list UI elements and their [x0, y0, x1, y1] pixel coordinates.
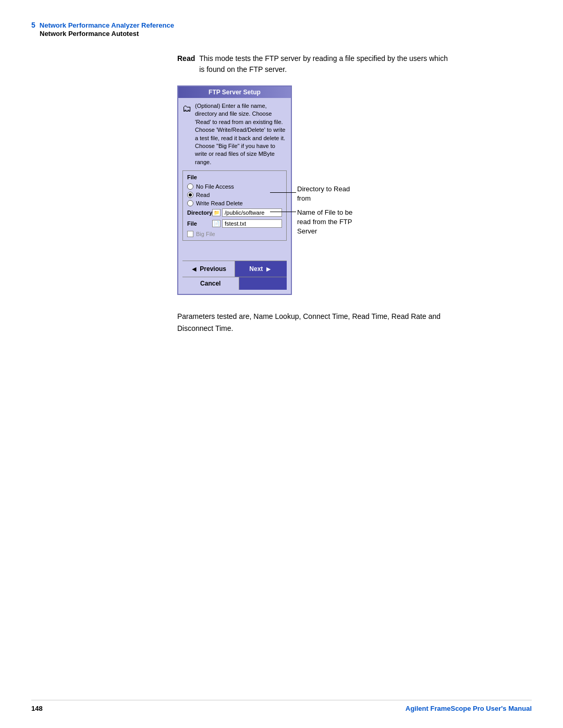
radio-no-file-access[interactable]: No File Access	[187, 183, 282, 190]
callout-file-line	[270, 212, 296, 212]
bigfile-row[interactable]: Big File	[187, 231, 282, 237]
radio-no-file-access-circle[interactable]	[187, 183, 193, 190]
radio-read-circle[interactable]	[187, 192, 193, 198]
radio-read-label: Read	[196, 192, 210, 198]
cancel-label: Cancel	[200, 280, 221, 287]
bigfile-checkbox[interactable]	[187, 231, 193, 237]
next-label: Next	[249, 265, 263, 273]
radio-no-file-access-label: No File Access	[196, 183, 234, 190]
previous-label: Previous	[200, 265, 226, 273]
subsection-title: Network Performance Autotest	[40, 30, 139, 38]
footer-page-number: 148	[31, 705, 43, 712]
callout-directory-text: Directory to Readfrom	[297, 185, 350, 202]
nav-area: ◄ Previous Next ► Cancel	[182, 261, 287, 290]
ftp-icon: 🗂	[182, 103, 192, 114]
directory-icon[interactable]: 📁	[212, 209, 221, 216]
ftp-dialog: FTP Server Setup 🗂 (Optional) Enter a fi…	[177, 85, 292, 295]
callout-directory: Directory to Readfrom	[297, 184, 350, 203]
directory-row: Directory 📁 /public/software	[187, 208, 282, 217]
ftp-title-bar: FTP Server Setup	[178, 87, 291, 98]
callout-directory-line	[270, 192, 296, 193]
previous-button[interactable]: ◄ Previous	[182, 261, 235, 277]
params-paragraph: Parameters tested are, Name Lookup, Conn…	[177, 311, 448, 334]
callout-file: Name of File to beread from the FTPServe…	[297, 208, 352, 237]
file-row: File 📄 fstest.txt	[187, 219, 282, 228]
file-label: File	[187, 220, 212, 227]
footer-manual-title: Agilent FrameScope Pro User's Manual	[406, 705, 532, 712]
bigfile-label: Big File	[196, 231, 215, 237]
directory-value[interactable]: /public/software	[222, 208, 282, 217]
radio-write-read-delete-label: Write Read Delete	[196, 200, 243, 206]
callout-file-text: Name of File to beread from the FTPServe…	[297, 208, 352, 235]
nav-bottom-row: Cancel	[182, 277, 287, 290]
nav-top-row: ◄ Previous Next ►	[182, 261, 287, 277]
chapter-number: 5	[31, 21, 35, 29]
page-footer: 148 Agilent FrameScope Pro User's Manual	[31, 700, 532, 712]
read-label: Read	[177, 53, 195, 75]
previous-arrow-icon: ◄	[190, 265, 198, 273]
ftp-desc-text: (Optional) Enter a file name, directory …	[195, 102, 287, 166]
breadcrumb: 5 Network Performance Analyzer Reference…	[31, 21, 532, 38]
ftp-desc-row: 🗂 (Optional) Enter a file name, director…	[182, 102, 287, 166]
radio-read[interactable]: Read	[187, 192, 282, 198]
file-icon[interactable]: 📄	[212, 220, 221, 227]
next-arrow-icon: ►	[265, 265, 272, 273]
file-value[interactable]: fstest.txt	[222, 219, 282, 228]
read-text: This mode tests the FTP server by readin…	[199, 53, 448, 75]
file-group: File No File Access Read Write Rea	[182, 170, 287, 241]
radio-write-read-delete[interactable]: Write Read Delete	[187, 200, 282, 206]
nav-right-spacer	[239, 277, 287, 290]
page-container: 5 Network Performance Analyzer Reference…	[0, 0, 563, 728]
next-button[interactable]: Next ►	[235, 261, 287, 277]
ftp-body: 🗂 (Optional) Enter a file name, director…	[178, 98, 291, 294]
ftp-title: FTP Server Setup	[209, 89, 261, 96]
cancel-button[interactable]: Cancel	[182, 277, 239, 290]
radio-write-read-delete-circle[interactable]	[187, 200, 193, 206]
dialog-spacer	[182, 245, 287, 261]
file-group-label: File	[187, 174, 282, 180]
params-text: Parameters tested are, Name Lookup, Conn…	[177, 312, 440, 332]
section-title: Network Performance Analyzer Reference	[40, 21, 174, 29]
read-paragraph: Read This mode tests the FTP server by r…	[177, 53, 448, 75]
directory-label: Directory	[187, 209, 212, 216]
